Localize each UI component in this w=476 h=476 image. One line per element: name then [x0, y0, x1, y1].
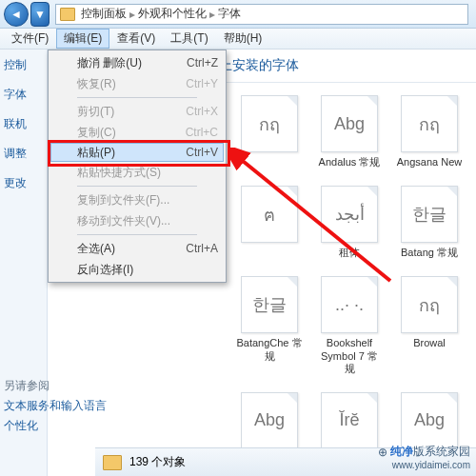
menu-entry-shortcut: Ctrl+V	[186, 146, 218, 159]
breadcrumb-sep: ▸	[209, 8, 215, 21]
menu-entry: 移动到文件夹(V)...	[50, 210, 224, 231]
menu-separator	[77, 186, 197, 187]
menu-entry-label: 粘贴(P)	[77, 145, 186, 161]
fonts-grid: กฤAbgAndalus 常规กฤAngsana Newฅأبجد租体한글Bat…	[228, 88, 476, 476]
window-titlebar: ◄ ▼ 控制面板▸ 外观和个性化▸ 字体	[0, 0, 476, 29]
font-name-label: 租体	[316, 247, 383, 259]
font-item[interactable]: أبجد租体	[316, 186, 383, 259]
font-item[interactable]: Abg	[236, 392, 303, 453]
menu-entry-label: 撤消 删除(U)	[77, 55, 187, 71]
breadcrumb-segment[interactable]: 外观和个性化	[138, 6, 207, 22]
font-preview: ..· ·.	[321, 276, 378, 333]
font-name-label: Bookshelf Symbol 7 常规	[316, 337, 383, 375]
font-item[interactable]: Ĭrĕ	[316, 392, 383, 453]
font-preview: Abg	[401, 392, 458, 449]
sidebar-item[interactable]: 联机	[4, 116, 43, 132]
sidebar-item[interactable]: 调整	[4, 146, 43, 162]
menu-entry[interactable]: 粘贴(P)Ctrl+V	[50, 143, 224, 162]
breadcrumb-segment[interactable]: 控制面板	[81, 6, 127, 22]
folder-icon	[103, 455, 122, 470]
folder-icon	[60, 8, 75, 21]
menu-item[interactable]: 工具(T)	[163, 29, 215, 49]
font-name-label: BatangChe 常规	[236, 337, 303, 362]
menu-entry-label: 剪切(T)	[77, 104, 186, 120]
font-item[interactable]: กฤBrowal	[396, 276, 463, 375]
font-item[interactable]: 한글BatangChe 常规	[236, 276, 303, 375]
sidebar-item[interactable]: 字体	[4, 87, 43, 103]
menu-entry: 复制到文件夹(F)...	[50, 189, 224, 210]
menu-entry-shortcut: Ctrl+A	[186, 242, 218, 255]
font-preview: Ĭrĕ	[321, 392, 378, 449]
font-preview: 한글	[241, 276, 298, 333]
font-name-label: Andalus 常规	[316, 156, 383, 169]
menu-entry[interactable]: 全选(A)Ctrl+A	[50, 238, 224, 259]
edit-menu-dropdown: 撤消 删除(U)Ctrl+Z恢复(R)Ctrl+Y剪切(T)Ctrl+X复制(C…	[48, 50, 227, 283]
font-preview: ฅ	[241, 186, 298, 243]
menu-entry-shortcut: Ctrl+Y	[186, 77, 218, 90]
menu-entry-label: 反向选择(I)	[77, 262, 218, 278]
breadcrumb-sep: ▸	[129, 8, 135, 21]
menu-entry-shortcut: Ctrl+X	[186, 105, 218, 118]
nav-recent-button[interactable]: ▼	[30, 2, 50, 27]
menu-entry-shortcut: Ctrl+Z	[187, 56, 218, 69]
address-bar[interactable]: 控制面板▸ 外观和个性化▸ 字体	[55, 4, 468, 25]
menu-entry-label: 复制到文件夹(F)...	[77, 192, 218, 208]
menu-entry: 恢复(R)Ctrl+Y	[50, 73, 224, 94]
main-panel: 删除或者显示和隐藏计算机上安装的字体 撤消 删除(U)Ctrl+Z恢复(R)Ct…	[48, 50, 476, 476]
font-preview: 한글	[401, 186, 458, 243]
font-item[interactable]: ฅ	[236, 186, 303, 259]
font-item[interactable]: 한글Batang 常规	[396, 186, 463, 259]
status-object-count: 139 个对象	[129, 454, 186, 470]
menu-entry-label: 移动到文件夹(V)...	[77, 213, 218, 229]
menu-entry: 剪切(T)Ctrl+X	[50, 101, 224, 122]
font-preview: أبجد	[321, 186, 378, 243]
font-preview: Abg	[321, 95, 378, 152]
watermark: ⊕ 纯净版系统家园 www.yidaimei.com	[378, 444, 470, 470]
font-name-label: Browal	[396, 337, 463, 349]
font-item[interactable]: ..· ·.Bookshelf Symbol 7 常规	[316, 276, 383, 375]
font-preview: Abg	[241, 392, 298, 449]
breadcrumb-segment[interactable]: 字体	[218, 6, 241, 22]
menu-item[interactable]: 查看(V)	[109, 29, 163, 49]
menu-entry-label: 全选(A)	[77, 241, 186, 257]
font-item[interactable]: กฤ	[236, 95, 303, 169]
font-name-label: Angsana New	[396, 156, 463, 169]
nav-back-button[interactable]: ◄	[4, 2, 29, 27]
menu-entry-label: 复制(C)	[77, 125, 186, 141]
menu-entry-shortcut: Ctrl+C	[186, 126, 218, 139]
sidebar-item[interactable]: 控制	[4, 57, 43, 73]
menu-entry[interactable]: 反向选择(I)	[50, 259, 224, 280]
menu-entry-label: 粘贴快捷方式(S)	[77, 165, 218, 181]
menu-separator	[77, 97, 197, 98]
menu-entry: 粘贴快捷方式(S)	[50, 162, 224, 183]
menu-item[interactable]: 帮助(H)	[216, 29, 270, 49]
menu-bar: 文件(F)编辑(E)查看(V)工具(T)帮助(H)	[0, 29, 476, 50]
font-item[interactable]: AbgAndalus 常规	[316, 95, 383, 169]
menu-entry: 复制(C)Ctrl+C	[50, 122, 224, 143]
menu-item[interactable]: 文件(F)	[4, 29, 56, 49]
menu-separator	[77, 234, 197, 235]
font-name-label: Batang 常规	[396, 247, 463, 259]
font-preview: กฤ	[401, 95, 458, 152]
menu-entry-label: 恢复(R)	[77, 76, 186, 92]
menu-entry[interactable]: 撤消 删除(U)Ctrl+Z	[50, 52, 224, 73]
font-preview: กฤ	[401, 276, 458, 333]
chevron-down-icon: ▼	[34, 8, 46, 21]
sidebar-item[interactable]: 更改	[4, 175, 43, 191]
back-icon: ◄	[10, 8, 22, 21]
menu-item[interactable]: 编辑(E)	[56, 29, 109, 49]
font-preview: กฤ	[241, 95, 298, 152]
font-item[interactable]: กฤAngsana New	[396, 95, 463, 169]
